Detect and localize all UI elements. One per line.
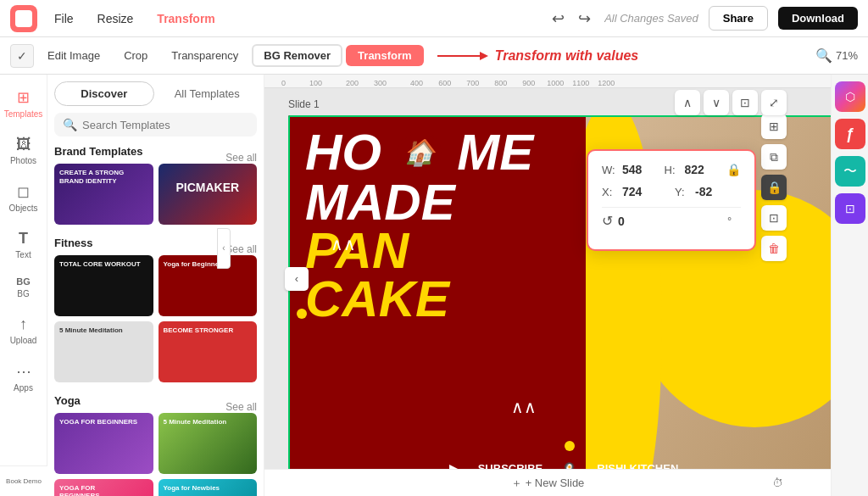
- template-thumb[interactable]: Yoga for Newbies: [159, 479, 258, 496]
- photos-icon: 🖼: [16, 136, 31, 153]
- section-title-brand: Brand Templates: [54, 145, 143, 158]
- canvas-tool-delete[interactable]: 🗑: [761, 236, 787, 261]
- ruler-mark: 200: [346, 79, 359, 87]
- canvas-tool-align[interactable]: ⊞: [761, 114, 787, 139]
- sidebar-item-objects[interactable]: ◻ Objects: [3, 176, 45, 220]
- bg-remover-button[interactable]: BG Remover: [252, 44, 342, 67]
- popup-h-value[interactable]: 822: [685, 163, 721, 176]
- canvas-scroll[interactable]: ‹ Slide 1 👨‍🍳: [264, 88, 831, 469]
- sidebar-item-templates[interactable]: ⊞ Templates: [3, 81, 45, 125]
- sidebar-item-text[interactable]: T Text: [3, 223, 45, 266]
- subscribe-text: SUBSCRIBE: [478, 462, 543, 469]
- search-input[interactable]: [82, 119, 248, 131]
- tab-all-templates[interactable]: All Templates: [158, 81, 258, 106]
- ruler-mark: 700: [466, 79, 479, 87]
- canvas-expand[interactable]: ⤢: [761, 90, 787, 115]
- sidebar-label-text: Text: [15, 250, 31, 259]
- template-thumb[interactable]: PICMAKER: [159, 164, 258, 225]
- see-all-yoga[interactable]: See all: [225, 401, 257, 413]
- canvas-tool-layers[interactable]: ⧉: [761, 144, 787, 170]
- left-sidebar: ⊞ Templates 🖼 Photos ◻ Objects T Text BG…: [0, 75, 47, 496]
- popup-position-row: X: 724 Y: -82: [602, 185, 741, 198]
- canvas-nav-up[interactable]: ∧: [675, 90, 700, 115]
- transparency-button[interactable]: Transparency: [161, 45, 248, 66]
- sidebar-label-objects: Objects: [9, 203, 38, 213]
- ruler-mark: 1200: [598, 79, 615, 87]
- save-status: All Changes Saved: [604, 12, 698, 25]
- tab-discover[interactable]: Discover: [54, 81, 154, 106]
- template-thumb[interactable]: 5 Minute Meditation: [54, 321, 153, 382]
- edit-toolbar: ✓ Edit Image Crop Transparency BG Remove…: [0, 37, 868, 75]
- top-menu-bar: File Resize Transform ↩ ↪ All Changes Sa…: [0, 0, 868, 37]
- template-thumb[interactable]: 5 Minute Meditation: [159, 413, 258, 474]
- sidebar-item-upload[interactable]: ↑ Upload: [3, 309, 45, 352]
- text-home: HO 🏠 ME: [305, 128, 533, 178]
- menu-transform[interactable]: Transform: [150, 8, 221, 29]
- text-made: MADE: [305, 178, 533, 226]
- edit-image-button[interactable]: Edit Image: [37, 45, 110, 66]
- zigzag-top: ∧∧: [331, 234, 356, 254]
- sidebar-item-bg[interactable]: BG BG: [3, 270, 45, 305]
- share-button[interactable]: Share: [709, 6, 768, 31]
- decoration-dot-right: [565, 441, 575, 451]
- template-thumb[interactable]: BECOME STRONGER: [159, 321, 258, 382]
- panel-collapse-button[interactable]: ‹: [217, 228, 231, 269]
- menu-resize[interactable]: Resize: [91, 8, 141, 29]
- ruler-mark: 1100: [572, 79, 589, 87]
- template-thumb[interactable]: YOGA FOR BEGINNERS: [54, 413, 153, 474]
- canvas-nav-down[interactable]: ∨: [704, 90, 729, 115]
- brand-template-grid: CREATE A STRONGBRAND IDENTITY PICMAKER: [54, 164, 257, 225]
- popup-y-label: Y:: [675, 186, 688, 198]
- canvas-tool-lock[interactable]: 🔒: [761, 175, 787, 200]
- template-thumb[interactable]: YOGA FORBEGINNERS: [54, 479, 153, 496]
- canvas-tool-copy[interactable]: ⊡: [761, 205, 787, 231]
- rotate-icon: ↺: [602, 213, 613, 229]
- svg-marker-1: [480, 52, 488, 60]
- right-accent-panel: ⬡ ƒ 〜 ⊡: [831, 75, 868, 496]
- transform-hint: Transform with values: [437, 47, 639, 64]
- undo-button[interactable]: ↩: [548, 6, 568, 31]
- toolbar-checkbox[interactable]: ✓: [10, 44, 34, 68]
- menu-file[interactable]: File: [47, 8, 81, 29]
- expand-left-button[interactable]: ‹: [285, 267, 309, 291]
- section-yoga: Yoga See all YOGA FOR BEGINNERS 5 Minute…: [54, 393, 257, 496]
- crop-button[interactable]: Crop: [114, 45, 158, 66]
- accent-purple-button[interactable]: ⊡: [835, 193, 865, 224]
- app-logo: [10, 5, 37, 32]
- popup-y-value[interactable]: -82: [695, 185, 741, 198]
- text-icon: T: [19, 230, 28, 248]
- see-all-brand[interactable]: See all: [225, 152, 257, 164]
- sidebar-item-apps[interactable]: ⋯ Apps: [3, 355, 45, 399]
- popup-w-value[interactable]: 548: [622, 163, 658, 176]
- canvas-area: 0 100 200 300 400 600 700 800 900 1000 1…: [264, 75, 831, 496]
- accent-teal-button[interactable]: 〜: [835, 156, 865, 187]
- search-box: 🔍: [54, 113, 257, 137]
- popup-x-value[interactable]: 724: [622, 185, 668, 198]
- book-demo-button[interactable]: Book Demo: [0, 465, 47, 496]
- lock-aspect-icon[interactable]: 🔒: [726, 163, 741, 176]
- popup-width-row: W: 548 H: 822 🔒: [602, 163, 741, 176]
- zoom-value[interactable]: 71%: [836, 49, 858, 62]
- transform-tab-button[interactable]: Transform: [346, 45, 424, 66]
- popup-rotation-row: ↺ 0 °: [602, 213, 741, 229]
- template-thumb[interactable]: TOTAL CORE WORKOUT: [54, 255, 153, 316]
- templates-panel: Discover All Templates 🔍 Brand Templates…: [47, 75, 264, 496]
- template-thumb[interactable]: CREATE A STRONGBRAND IDENTITY: [54, 164, 153, 225]
- canvas-clone[interactable]: ⊡: [732, 90, 758, 115]
- bottom-right-icon[interactable]: ⏱: [772, 476, 783, 489]
- popup-h-label: H:: [665, 164, 678, 176]
- download-button[interactable]: Download: [778, 7, 858, 30]
- add-slide-button[interactable]: ＋ + New Slide: [511, 476, 585, 491]
- sidebar-item-photos[interactable]: 🖼 Photos: [3, 129, 45, 172]
- accent-gradient-button[interactable]: ⬡: [835, 81, 865, 112]
- redo-button[interactable]: ↪: [575, 6, 594, 31]
- accent-red-button[interactable]: ƒ: [835, 119, 865, 149]
- subscribe-bar: ▶ SUBSCRIBE 🍳 RISHI KITCHEN: [449, 462, 679, 469]
- objects-icon: ◻: [17, 182, 30, 201]
- inner-left-tools: ‹: [285, 267, 309, 291]
- popup-rotation-value[interactable]: 0: [618, 215, 722, 228]
- undo-redo-group: ↩ ↪: [548, 6, 594, 31]
- template-thumb[interactable]: Yoga for Beginners: [159, 255, 258, 316]
- arrow-icon: [437, 47, 488, 64]
- sidebar-label-apps: Apps: [14, 383, 33, 393]
